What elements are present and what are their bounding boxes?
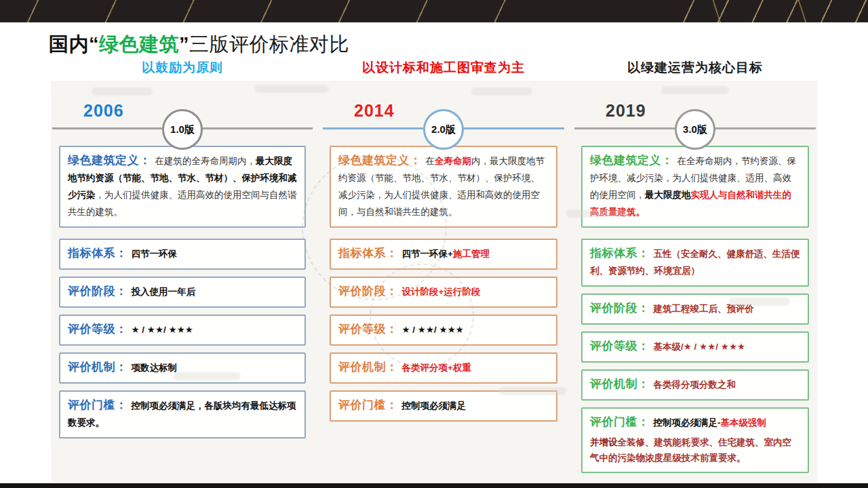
text-segment: 基本级/★ / ★★/ ★★★ [654, 342, 746, 352]
attribute-extra: 并增设全装修、建筑能耗要求、住宅建筑、室内空气中的污染物浓度星级技术前置要求。 [590, 434, 800, 466]
attribute-value: 各类得分项分数之和 [654, 380, 736, 390]
text-segment: 基本级强制 [721, 418, 767, 428]
attribute-value: 项数达标制 [132, 363, 178, 373]
attribute-value: 控制项必须满足-基本级强制 [654, 418, 767, 428]
version-column: 2019 3.0版 绿色建筑定义：在全寿命期内，节约资源、保护环境、减少污染，为… [581, 85, 809, 473]
attribute-box: 评价阶段：建筑工程竣工后、预评价 [581, 293, 809, 325]
attribute-label: 评价机制： [590, 378, 650, 390]
attribute-value: 控制项必须满足 [402, 401, 467, 411]
attribute-value: ★ / ★★/ ★★★ [402, 325, 464, 335]
attribute-value: 建筑工程竣工后、预评价 [654, 304, 755, 314]
attribute-label: 评价阶段： [68, 285, 127, 298]
attribute-label: 评价门槛： [338, 399, 398, 411]
column-header: 以绿建运营为核心目标 [581, 59, 809, 77]
attribute-label: 评价机制： [68, 361, 127, 373]
text-segment: 设计阶段+运行阶段 [402, 287, 481, 297]
timeline: 2019 3.0版 [581, 85, 809, 146]
attribute-box: 指标体系：四节一环保 [59, 239, 306, 270]
attribute-label: 评价等级： [68, 323, 127, 336]
attribute-box: 评价等级：★ / ★★/ ★★★ [330, 314, 557, 346]
text-segment: 四节一环保 [132, 249, 178, 259]
top-decor-bar [0, 0, 868, 22]
attribute-rows: 绿色建筑定义：在全寿命期内，节约资源、保护环境、减少污染，为人们提供健康、适用、… [581, 146, 809, 473]
gold-lines-right-decor [677, 0, 868, 22]
attribute-box: 评价机制：项数达标制 [59, 352, 306, 384]
text-segment: 四节一环保+ [402, 249, 453, 259]
text-segment: 投入使用一年后 [132, 287, 196, 297]
year-label: 2006 [83, 101, 124, 121]
text-segment: 各类得分项分数之和 [654, 380, 736, 390]
version-badge: 2.0版 [423, 109, 464, 150]
text-segment: 全装修、建筑能耗要求、住宅建筑、室内空气中的污染物浓度星级技术前置要求。 [590, 437, 791, 464]
version-column: 2014 2.0版 绿色建筑定义：在全寿命期内，最大限度地节约资源（节能、节地、… [330, 85, 557, 473]
title-highlight: 绿色建筑 [99, 33, 179, 55]
year-label: 2019 [606, 101, 646, 121]
attribute-value: 设计阶段+运行阶段 [402, 287, 481, 297]
attribute-label: 评价等级： [338, 323, 398, 336]
attribute-label: 评价阶段： [338, 285, 398, 298]
attribute-box: 绿色建筑定义：在建筑的全寿命周期内，最大限度地节约资源（节能、节地、节水、节材）… [59, 146, 306, 228]
attribute-box: 评价门槛：控制项必须满足，各版块均有最低达标项数要求。 [59, 390, 306, 439]
title-suffix: 三版评价标准对比 [189, 33, 349, 55]
attribute-label: 指标体系： [338, 247, 398, 260]
version-label: 1.0版 [170, 123, 195, 136]
attribute-box: 指标体系：五性（安全耐久、健康舒适、生活便利、资源节约、环境宜居） [581, 239, 809, 287]
text-segment: 控制项必须满足- [654, 418, 721, 428]
attribute-box: 绿色建筑定义：在全寿命期内，节约资源、保护环境、减少污染，为人们提供健康、适用、… [581, 146, 809, 228]
attribute-box: 评价门槛：控制项必须满足-基本级强制 并增设全装修、建筑能耗要求、住宅建筑、室内… [581, 407, 809, 473]
text-segment: ，为人们提供健康、适用高效的使用空间与自然谐共生的建筑。 [68, 190, 297, 217]
attribute-box: 评价机制：各类评分项+权重 [330, 352, 557, 384]
attribute-box: 评价等级：★ / ★★/ ★★★ [59, 314, 306, 346]
column-header: 以鼓励为原则 [59, 59, 306, 77]
attribute-value: 基本级/★ / ★★/ ★★★ [654, 342, 746, 352]
text-segment: ★ / ★★/ ★★★ [402, 325, 464, 335]
version-column: 2006 1.0版 绿色建筑定义：在建筑的全寿命周期内，最大限度地节约资源（节能… [59, 85, 306, 473]
title-quote-close: ” [179, 33, 189, 55]
text-segment: 项数达标制 [132, 363, 178, 373]
attribute-box: 绿色建筑定义：在全寿命期内，最大限度地节约资源（节能、节地、节水、节材）、保护环… [330, 146, 557, 228]
attribute-label: 评价阶段： [590, 302, 650, 314]
text-segment: 在建筑的全寿命周期内， [155, 156, 256, 166]
attribute-box: 评价等级：基本级/★ / ★★/ ★★★ [581, 331, 809, 363]
version-label: 3.0版 [683, 123, 707, 136]
attribute-label: 绿色建筑定义： [338, 154, 422, 167]
presentation-slide: 国内“绿色建筑”三版评价标准对比 以鼓励为原则以设计标和施工图审查为主以绿建运营… [0, 0, 868, 488]
title-prefix: 国内“ [49, 33, 99, 55]
attribute-value: 各类评分项+权重 [402, 363, 471, 373]
attribute-label: 评价机制： [338, 361, 398, 373]
text-segment: 在 [426, 156, 435, 166]
attribute-box: 评价机制：各类得分项分数之和 [581, 369, 809, 401]
comparison-panel: 2006 1.0版 绿色建筑定义：在建筑的全寿命周期内，最大限度地节约资源（节能… [51, 81, 817, 483]
attribute-box: 指标体系：四节一环保+施工管理 [330, 239, 557, 270]
text-segment: 并增设 [590, 437, 618, 447]
version-badge: 1.0版 [162, 109, 203, 150]
attribute-label: 评价等级： [590, 340, 650, 352]
version-label: 2.0版 [431, 123, 456, 136]
timeline: 2014 2.0版 [330, 85, 557, 146]
text-segment: 建筑工程竣工后、预评价 [654, 304, 755, 314]
column-headers-row: 以鼓励为原则以设计标和施工图审查为主以绿建运营为核心目标 [51, 59, 817, 77]
attribute-value: ★ / ★★/ ★★★ [132, 325, 193, 335]
attribute-label: 评价门槛： [68, 399, 127, 411]
attribute-rows: 绿色建筑定义：在建筑的全寿命周期内，最大限度地节约资源（节能、节地、节水、节材）… [59, 146, 306, 439]
attribute-value: 投入使用一年后 [132, 287, 196, 297]
page-title: 国内“绿色建筑”三版评价标准对比 [49, 32, 868, 56]
version-badge: 3.0版 [675, 109, 715, 150]
column-header: 以设计标和施工图审查为主 [330, 59, 557, 77]
attribute-label: 指标体系： [590, 247, 650, 260]
attribute-label: 指标体系： [68, 247, 127, 260]
attribute-value: 四节一环保+施工管理 [402, 249, 490, 259]
version-columns: 2006 1.0版 绿色建筑定义：在建筑的全寿命周期内，最大限度地节约资源（节能… [59, 85, 809, 473]
text-segment: 控制项必须满足 [402, 401, 467, 411]
attribute-value: 四节一环保 [132, 249, 178, 259]
text-segment: 全寿命期 [435, 156, 471, 166]
attribute-label: 评价门槛： [590, 415, 650, 428]
text-segment: 最大限度地 [645, 190, 691, 200]
timeline: 2006 1.0版 [59, 85, 306, 146]
text-segment: 各类评分项+权重 [402, 363, 471, 373]
attribute-label: 绿色建筑定义： [68, 154, 151, 167]
gold-lines-left-decor [0, 0, 538, 22]
attribute-label: 绿色建筑定义： [590, 154, 673, 167]
attribute-box: 评价阶段：投入使用一年后 [59, 277, 306, 308]
text-segment: 施工管理 [453, 249, 490, 259]
